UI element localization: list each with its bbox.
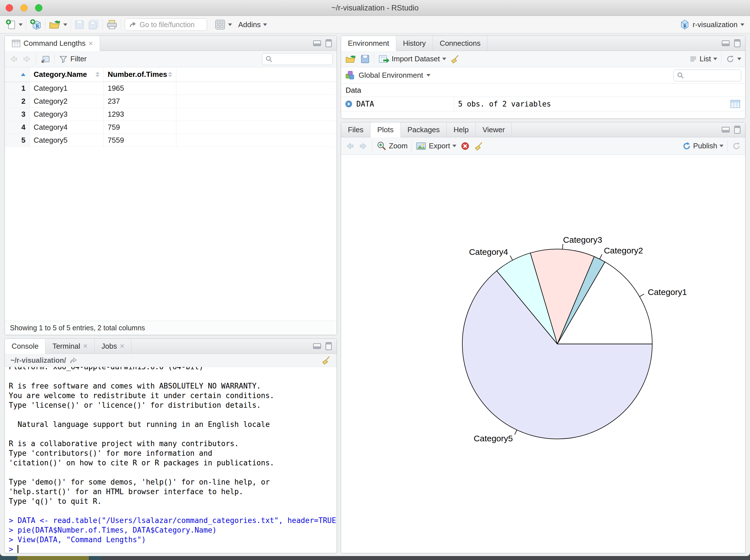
maximize-pane-icon[interactable]: [325, 342, 332, 351]
close-tab-icon[interactable]: ×: [83, 342, 87, 350]
save-button[interactable]: [74, 20, 84, 30]
tab-console[interactable]: Console: [5, 339, 45, 354]
refresh-caret: [737, 58, 741, 60]
tab-files[interactable]: Files: [341, 122, 371, 137]
list-view-button[interactable]: List: [689, 55, 717, 63]
refresh-plot-icon[interactable]: [732, 141, 741, 151]
environment-search-input[interactable]: [673, 69, 741, 81]
minimize-pane-icon[interactable]: [722, 126, 730, 133]
load-workspace-icon[interactable]: [345, 54, 356, 64]
refresh-environment-button[interactable]: [725, 54, 741, 64]
sort-icons[interactable]: [168, 72, 172, 77]
global-environment-caret[interactable]: [427, 74, 430, 77]
save-all-button[interactable]: [88, 20, 99, 30]
tab-history[interactable]: History: [396, 36, 433, 51]
open-file-caret[interactable]: [63, 23, 67, 26]
remove-plot-icon[interactable]: [460, 141, 470, 151]
minimize-pane-icon[interactable]: [313, 342, 321, 350]
new-file-caret[interactable]: [19, 23, 23, 26]
print-button[interactable]: [106, 19, 118, 30]
cell-category-name: Category1: [30, 82, 104, 95]
table-row[interactable]: 2Category2237: [5, 95, 337, 108]
table-row[interactable]: 4Category4759: [5, 121, 337, 134]
table-row[interactable]: 5Category57559: [5, 134, 337, 147]
export-icon: [416, 141, 427, 151]
cell-category-name: Category4: [30, 121, 104, 134]
tab-terminal[interactable]: Terminal×: [45, 339, 95, 354]
tab-plots[interactable]: Plots: [371, 122, 401, 137]
export-plot-button[interactable]: Export: [416, 141, 456, 151]
console-line: > DATA <- read.table("/Users/lsalazar/co…: [9, 516, 337, 525]
zoom-plot-button[interactable]: Zoom: [376, 141, 408, 151]
import-dataset-icon: [378, 54, 390, 64]
tab-jobs[interactable]: Jobs×: [95, 339, 132, 354]
global-environment-label[interactable]: Global Environment: [359, 71, 423, 80]
tab-connections[interactable]: Connections: [433, 36, 488, 51]
pane-layout-button[interactable]: [215, 19, 232, 30]
tab-command-lengths[interactable]: Command Lengths×: [5, 36, 100, 51]
save-all-icon: [88, 20, 99, 30]
tab-help[interactable]: Help: [447, 122, 476, 137]
viewer-search-input[interactable]: [262, 53, 333, 65]
search-icon: [265, 55, 273, 63]
console-line: [9, 429, 337, 439]
environment-object-row[interactable]: DATA 5 obs. of 2 variables: [341, 97, 745, 111]
previous-plot-icon[interactable]: [345, 141, 355, 151]
rownum-header[interactable]: [5, 67, 30, 82]
new-file-icon: [6, 19, 16, 30]
pane-layout-caret[interactable]: [228, 23, 232, 26]
goto-directory-icon[interactable]: [69, 356, 77, 364]
next-plot-icon[interactable]: [359, 141, 368, 151]
publish-plot-button[interactable]: Publish: [681, 141, 724, 151]
console-tabbar: ConsoleTerminal×Jobs×: [5, 339, 337, 354]
view-data-icon[interactable]: [730, 99, 741, 108]
clear-plots-icon[interactable]: [474, 141, 483, 151]
environment-pane: EnvironmentHistoryConnections: [341, 36, 746, 119]
column-header-category-name[interactable]: Category.Name: [30, 67, 104, 82]
goto-placeholder: Go to file/function: [140, 21, 195, 29]
tab-environment[interactable]: Environment: [341, 36, 396, 51]
maximize-pane-icon[interactable]: [734, 125, 741, 134]
close-tab-icon[interactable]: ×: [88, 40, 93, 47]
toolbar-separator: [26, 19, 26, 30]
titlebar: ~/r-visualization - RStudio: [0, 0, 750, 16]
import-dataset-button[interactable]: Import Dataset: [378, 54, 446, 64]
popout-window-icon[interactable]: [40, 54, 50, 64]
clear-environment-icon[interactable]: [450, 54, 460, 64]
working-directory[interactable]: ~/r-visualization/: [11, 356, 66, 364]
expand-object-icon[interactable]: [344, 100, 353, 108]
minimize-pane-icon[interactable]: [722, 40, 730, 47]
zoom-icon: [376, 141, 387, 151]
open-file-button[interactable]: [48, 19, 67, 30]
cell-number-of-times: 237: [104, 95, 176, 108]
console-output[interactable]: Platform: x86_64-apple-darwin15.6.0 (64-…: [5, 367, 337, 553]
save-workspace-icon[interactable]: [360, 54, 370, 64]
goto-file-input[interactable]: Go to file/function: [125, 18, 207, 31]
nav-forward-icon[interactable]: [22, 54, 32, 64]
table-row[interactable]: 1Category11965: [5, 82, 337, 95]
sort-icons[interactable]: [96, 72, 99, 77]
clear-console-icon[interactable]: [321, 356, 331, 365]
addins-button[interactable]: Addins: [238, 20, 267, 29]
filter-button[interactable]: Filter: [59, 54, 87, 64]
maximize-pane-icon[interactable]: [734, 39, 741, 47]
tab-viewer[interactable]: Viewer: [476, 122, 512, 137]
column-header-number-of-times[interactable]: Number.of.Times: [104, 67, 176, 82]
toolbar-separator: [721, 54, 722, 65]
minimize-pane-icon[interactable]: [313, 40, 321, 47]
project-selector[interactable]: R r-visualization: [679, 19, 744, 30]
toolbar-separator: [54, 54, 55, 65]
nav-back-icon[interactable]: [9, 54, 18, 64]
tab-packages[interactable]: Packages: [401, 122, 447, 137]
toolbar-separator: [71, 19, 71, 30]
viewer-toolbar: Filter: [5, 51, 337, 67]
new-project-button[interactable]: R: [30, 19, 42, 31]
new-file-button[interactable]: [6, 19, 23, 30]
maximize-pane-icon[interactable]: [325, 39, 332, 47]
search-icon: [676, 72, 685, 79]
environment-scope-row: Global Environment: [341, 67, 745, 84]
pie-chart: Category1Category2Category3Category4Cate…: [341, 155, 745, 553]
table-row[interactable]: 3Category31293: [5, 108, 337, 121]
filter-funnel-icon: [59, 54, 68, 64]
close-tab-icon[interactable]: ×: [120, 342, 124, 350]
